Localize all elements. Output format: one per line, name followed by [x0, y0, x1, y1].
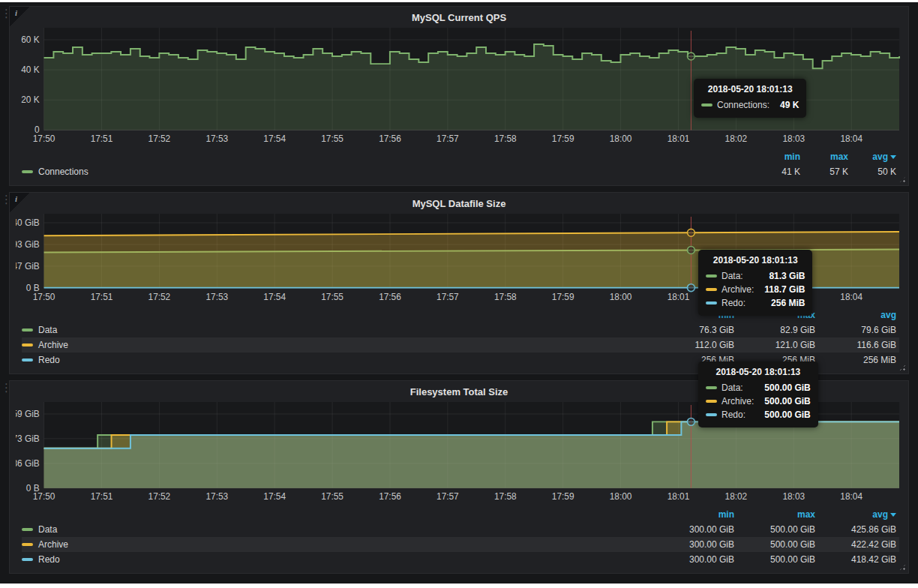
- legend-row: Data300.00 GiB500.00 GiB425.86 GiB: [22, 522, 899, 537]
- legend-stat-avg: 79.6 GiB: [818, 325, 899, 335]
- legend-color-swatch-icon: [22, 170, 33, 173]
- sort-caret-icon: [890, 513, 896, 517]
- legend-item-label: Connections: [38, 166, 88, 177]
- x-tick-label: 17:51: [91, 491, 113, 502]
- y-tick-label: 186 GiB: [16, 458, 40, 468]
- legend-stat-avg: 418.42 GiB: [818, 554, 899, 565]
- x-tick-label: 17:53: [206, 134, 228, 144]
- filesystem-legend: minmaxavgData300.00 GiB500.00 GiB425.86 …: [16, 506, 902, 570]
- legend-row: Redo256 MiB256 MiB256 MiB: [22, 352, 899, 368]
- x-tick-label: 17:54: [263, 491, 286, 502]
- legend-row: Redo300.00 GiB500.00 GiB418.42 GiB: [22, 552, 899, 567]
- legend-item-archive[interactable]: Archive: [22, 340, 656, 350]
- legend-item-redo[interactable]: Redo: [22, 355, 656, 365]
- x-tick-label: 18:04: [840, 134, 862, 144]
- x-tick-label: 18:03: [782, 491, 805, 502]
- panel-drag-handle-icon[interactable]: ⋮: [1, 384, 8, 391]
- x-tick-label: 18:04: [840, 491, 862, 502]
- legend-row: Data76.3 GiB82.9 GiB79.6 GiB: [22, 322, 899, 338]
- legend-item-data[interactable]: Data: [22, 325, 656, 335]
- x-tick-label: 17:58: [494, 491, 517, 502]
- legend-stat-max: 256 MiB: [737, 355, 818, 365]
- x-tick-label: 18:02: [725, 491, 748, 502]
- panel-title[interactable]: MySQL Current QPS: [16, 10, 902, 28]
- x-tick-label: 17:59: [552, 292, 574, 302]
- x-tick-label: 17:54: [263, 292, 286, 302]
- x-tick-label: 17:57: [436, 491, 459, 502]
- x-tick-label: 18:01: [668, 292, 690, 302]
- legend-stat-min: 76.3 GiB: [656, 325, 737, 335]
- filesystem-chart[interactable]: 17:5017:5117:5217:5317:5417:5517:5617:57…: [16, 402, 902, 504]
- panel-title[interactable]: Filesystem Total Size: [16, 384, 902, 402]
- legend-item-label: Data: [38, 325, 57, 335]
- chart-plot[interactable]: 17:5017:5117:5217:5317:5417:5517:5617:57…: [16, 402, 902, 504]
- legend-stat-min: 300.00 GiB: [656, 554, 737, 565]
- legend-sort-header-avg[interactable]: avg: [818, 509, 899, 520]
- legend-sort-header-min[interactable]: min: [656, 310, 737, 320]
- datafile-chart[interactable]: 17:5017:5117:5217:5317:5417:5517:5617:57…: [16, 214, 902, 304]
- x-tick-label: 17:56: [379, 292, 401, 302]
- legend-stats-header: minmaxavg: [22, 507, 899, 522]
- legend-item-label: Archive: [38, 539, 68, 550]
- panel-title[interactable]: MySQL Datafile Size: [16, 196, 902, 214]
- legend-item-data[interactable]: Data: [22, 524, 656, 535]
- legend-sort-header-avg[interactable]: avg: [818, 310, 899, 320]
- y-tick-label: 0 B: [26, 482, 40, 493]
- panel-mysql-qps: ⋮ i MySQL Current QPS 17:5017:5117:5217:…: [9, 6, 909, 186]
- chart-plot[interactable]: 17:5017:5117:5217:5317:5417:5517:5617:57…: [16, 28, 902, 146]
- legend-sort-header-max[interactable]: max: [737, 509, 818, 520]
- x-tick-label: 18:01: [668, 491, 690, 502]
- qps-chart[interactable]: 17:5017:5117:5217:5317:5417:5517:5617:57…: [16, 28, 902, 146]
- panel-info-icon[interactable]: i: [10, 7, 29, 26]
- legend-stat-max: 500.00 GiB: [737, 554, 818, 565]
- y-tick-label: 20 K: [21, 94, 39, 105]
- legend-item-label: Data: [38, 524, 57, 535]
- legend-sort-header-max[interactable]: max: [803, 152, 851, 162]
- legend-color-swatch-icon: [22, 344, 33, 346]
- x-tick-label: 18:02: [725, 292, 748, 302]
- x-tick-label: 18:03: [782, 292, 805, 302]
- panel-drag-handle-icon[interactable]: ⋮: [1, 10, 8, 16]
- y-tick-label: 47 GiB: [16, 261, 40, 272]
- legend-sort-header-min[interactable]: min: [755, 152, 803, 162]
- legend-sort-header-avg[interactable]: avg: [851, 152, 899, 162]
- legend-sort-header-min[interactable]: min: [656, 509, 737, 520]
- legend-row: Connections41 K57 K50 K: [22, 164, 899, 179]
- legend-stat-avg: 256 MiB: [818, 355, 899, 365]
- legend-stat-max: 500.00 GiB: [737, 524, 818, 535]
- x-tick-label: 17:51: [91, 292, 113, 302]
- panel-info-icon[interactable]: i: [10, 193, 29, 212]
- legend-item-label: Archive: [38, 340, 68, 350]
- panel-drag-handle-icon[interactable]: ⋮: [1, 196, 8, 202]
- legend-stat-min: 256 MiB: [656, 355, 737, 365]
- legend-color-swatch-icon: [22, 543, 33, 546]
- legend-sort-header-max[interactable]: max: [737, 310, 818, 320]
- y-tick-label: 93 GiB: [16, 239, 40, 250]
- legend-stat-max: 57 K: [803, 166, 851, 177]
- legend-stat-avg: 50 K: [851, 166, 899, 177]
- x-tick-label: 17:55: [321, 134, 344, 144]
- legend-row: Archive300.00 GiB500.00 GiB422.42 GiB: [22, 537, 899, 552]
- x-tick-label: 18:00: [610, 134, 632, 144]
- legend-item-redo[interactable]: Redo: [22, 554, 656, 565]
- legend-stat-min: 300.00 GiB: [656, 524, 737, 535]
- legend-item-connections[interactable]: Connections: [22, 166, 755, 177]
- chart-plot[interactable]: 17:5017:5117:5217:5317:5417:5517:5617:57…: [16, 214, 902, 304]
- x-tick-label: 18:04: [840, 292, 862, 302]
- legend-stats-header: minmaxavg: [22, 149, 899, 164]
- y-tick-label: 0: [34, 124, 40, 135]
- legend-color-swatch-icon: [22, 328, 33, 332]
- y-tick-label: 140 GiB: [16, 218, 40, 228]
- x-tick-label: 17:54: [263, 134, 286, 144]
- x-tick-label: 17:55: [321, 292, 344, 302]
- x-tick-label: 17:56: [379, 491, 401, 502]
- legend-stat-min: 300.00 GiB: [656, 539, 737, 550]
- panel-filesystem-total-size: ⋮ Filesystem Total Size 17:5017:5117:521…: [9, 380, 909, 574]
- legend-stat-min: 41 K: [755, 166, 803, 177]
- x-tick-label: 17:52: [148, 491, 171, 502]
- legend-item-archive[interactable]: Archive: [22, 539, 656, 550]
- x-tick-label: 18:01: [668, 134, 690, 144]
- legend-stat-max: 82.9 GiB: [737, 325, 818, 335]
- y-tick-label: 40 K: [21, 64, 39, 75]
- legend-item-label: Redo: [38, 355, 60, 365]
